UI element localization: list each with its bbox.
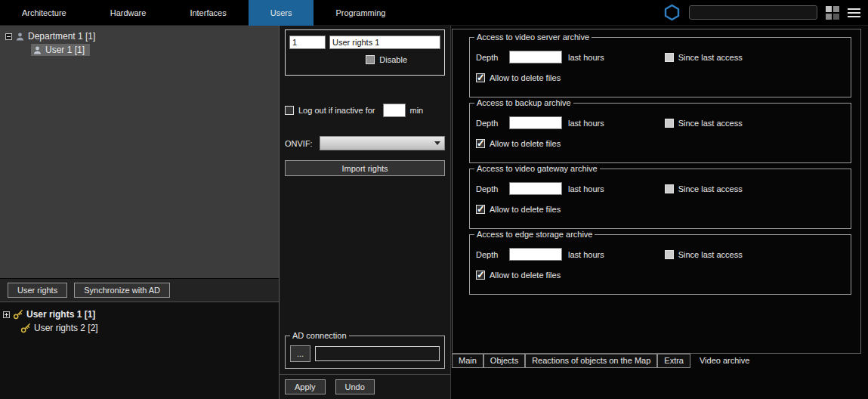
tree-item-user-rights-1[interactable]: User rights 1 [1]: [0, 308, 279, 321]
depth-input[interactable]: [509, 248, 562, 261]
tab-users[interactable]: Users: [249, 0, 314, 26]
key-icon: [20, 323, 31, 333]
user-icon: [32, 45, 42, 55]
undo-button[interactable]: Undo: [335, 379, 375, 394]
selected-tree-item[interactable]: User 1 [1]: [31, 44, 90, 56]
department-tree: Department 1 [1] User 1 [1]: [0, 26, 279, 278]
onvif-row: ONVIF:: [285, 136, 445, 150]
allow-delete-label: Allow to delete files: [490, 205, 561, 214]
identity-groupbox: Disable: [285, 29, 445, 76]
left-panel: Department 1 [1] User 1 [1] User rights …: [0, 26, 280, 399]
since-last-access-checkbox[interactable]: [665, 250, 674, 259]
groupbox-legend: Access to edge storage archive: [474, 230, 595, 239]
allow-delete-checkbox[interactable]: [476, 205, 485, 214]
tab-main[interactable]: Main: [452, 354, 483, 368]
tab-architecture[interactable]: Architecture: [0, 0, 88, 26]
video-server-archive-groupbox: Access to video server archive Depth las…: [469, 37, 851, 97]
allow-delete-checkbox[interactable]: [476, 73, 485, 82]
video-archive-page: Access to video server archive Depth las…: [451, 26, 868, 399]
tree-item-label: User 1 [1]: [45, 45, 85, 55]
tree-item-label: Department 1 [1]: [28, 31, 95, 42]
depth-label: Depth: [476, 250, 503, 259]
main-content: Department 1 [1] User 1 [1] User rights …: [0, 26, 868, 399]
user-rights-tree: User rights 1 [1] User rights 2 [2]: [0, 302, 279, 399]
properties-panel: Disable Log out if inactive for min ONVI…: [280, 26, 451, 399]
since-last-access-label: Since last access: [678, 53, 743, 62]
department-icon: [15, 32, 25, 42]
synchronize-ad-button[interactable]: Synchronize with AD: [74, 283, 170, 298]
user-rights-button[interactable]: User rights: [8, 283, 67, 298]
grid-layout-icon[interactable]: [826, 6, 839, 20]
rights-button-strip: User rights Synchronize with AD: [0, 278, 279, 302]
middle-spacer: [285, 176, 445, 336]
apply-row: Apply Undo: [280, 374, 450, 399]
since-last-access-checkbox[interactable]: [665, 119, 674, 128]
last-hours-label: last hours: [568, 53, 604, 62]
depth-label: Depth: [476, 53, 503, 62]
allow-delete-checkbox[interactable]: [476, 139, 485, 148]
tree-item-user-rights-2[interactable]: User rights 2 [2]: [0, 321, 279, 335]
bottom-tab-bar: Main Objects Reactions of objects on the…: [452, 354, 861, 368]
depth-label: Depth: [476, 184, 503, 193]
object-id-input[interactable]: [289, 36, 326, 49]
tab-reactions[interactable]: Reactions of objects on the Map: [525, 354, 657, 368]
app-window: Architecture Hardware Interfaces Users P…: [0, 0, 868, 399]
since-last-access-checkbox[interactable]: [665, 184, 674, 193]
allow-delete-label: Allow to delete files: [490, 271, 561, 280]
last-hours-label: last hours: [568, 119, 604, 128]
top-navigation-bar: Architecture Hardware Interfaces Users P…: [0, 0, 868, 26]
since-last-access-label: Since last access: [678, 250, 743, 259]
disable-label: Disable: [379, 55, 407, 64]
depth-input[interactable]: [509, 51, 562, 63]
tab-page-area: Access to video server archive Depth las…: [452, 29, 861, 354]
ad-connection-legend: AD connection: [290, 331, 349, 340]
groupbox-legend: Access to video server archive: [474, 32, 592, 42]
tab-hardware[interactable]: Hardware: [88, 0, 168, 26]
expand-expander-icon[interactable]: [3, 311, 10, 318]
logout-minutes-input[interactable]: [383, 104, 406, 117]
ad-connection-input[interactable]: [315, 346, 440, 361]
ad-browse-button[interactable]: ...: [290, 345, 310, 362]
ad-connection-groupbox: AD connection ...: [285, 336, 445, 369]
since-last-access-label: Since last access: [678, 184, 743, 193]
hexagon-logo-icon: [663, 4, 681, 21]
tab-extra[interactable]: Extra: [657, 354, 690, 368]
video-gateway-archive-groupbox: Access to video gateway archive Depth la…: [469, 169, 851, 229]
tab-video-archive[interactable]: Video archive: [690, 354, 758, 368]
logout-inactive-row: Log out if inactive for min: [285, 104, 445, 117]
tab-objects[interactable]: Objects: [483, 354, 525, 368]
import-rights-button[interactable]: Import rights: [285, 160, 445, 176]
search-input[interactable]: [689, 5, 817, 20]
onvif-select[interactable]: [320, 136, 445, 150]
chevron-down-icon: [434, 141, 440, 145]
groupbox-legend: Access to video gateway archive: [474, 164, 600, 173]
allow-delete-label: Allow to delete files: [490, 73, 561, 82]
tree-item-label: User rights 2 [2]: [34, 323, 98, 333]
since-last-access-label: Since last access: [678, 119, 743, 128]
depth-label: Depth: [476, 119, 503, 128]
tree-item-user[interactable]: User 1 [1]: [0, 43, 279, 57]
tree-item-department[interactable]: Department 1 [1]: [0, 29, 279, 43]
tab-programming[interactable]: Programming: [314, 0, 407, 26]
depth-input[interactable]: [509, 182, 562, 195]
disable-checkbox[interactable]: [366, 55, 375, 64]
last-hours-label: last hours: [568, 184, 604, 193]
logout-inactive-label: Log out if inactive for: [298, 106, 375, 115]
topbar-right-tools: [663, 4, 868, 21]
collapse-expander-icon[interactable]: [5, 33, 12, 40]
logout-inactive-checkbox[interactable]: [285, 106, 294, 115]
hamburger-menu-icon[interactable]: [848, 8, 860, 17]
tab-interfaces[interactable]: Interfaces: [168, 0, 248, 26]
apply-button[interactable]: Apply: [285, 379, 326, 394]
object-name-input[interactable]: [329, 36, 440, 49]
allow-delete-label: Allow to delete files: [490, 139, 561, 148]
edge-storage-archive-groupbox: Access to edge storage archive Depth las…: [469, 234, 851, 295]
allow-delete-checkbox[interactable]: [476, 271, 485, 280]
min-label: min: [410, 106, 424, 115]
onvif-label: ONVIF:: [285, 139, 313, 148]
depth-input[interactable]: [509, 116, 562, 129]
since-last-access-checkbox[interactable]: [665, 53, 674, 62]
groupbox-legend: Access to backup archive: [474, 98, 573, 107]
backup-archive-groupbox: Access to backup archive Depth last hour…: [469, 103, 851, 163]
key-icon: [13, 309, 23, 320]
